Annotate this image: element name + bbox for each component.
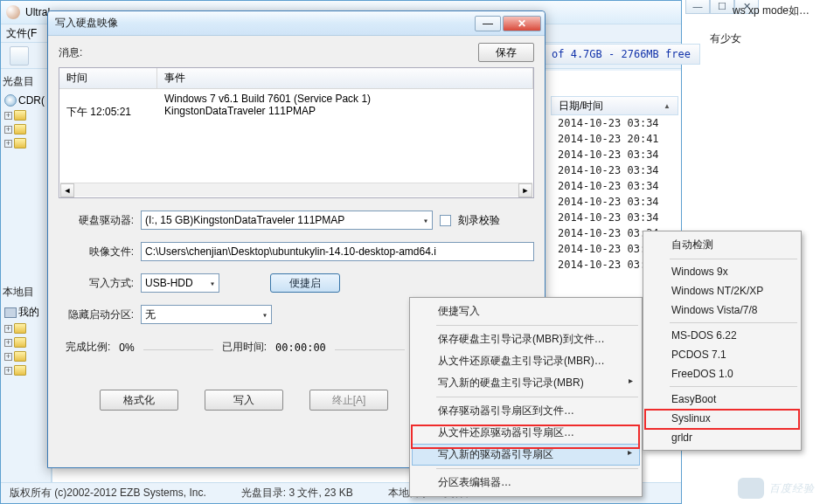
folder-icon (14, 337, 26, 348)
date-header[interactable]: 日期/时间 ▲ (551, 96, 678, 115)
done-value: 0% (119, 342, 134, 354)
menu-item[interactable]: 写入新的驱动器引导扇区 (412, 444, 640, 466)
tree-item-pc[interactable]: 我的 (1, 303, 51, 321)
date-row[interactable]: 2014-10-23 03:34 (551, 178, 678, 194)
menu-item[interactable]: 自动检测 (645, 234, 799, 256)
tree-item[interactable]: + (1, 349, 51, 363)
image-path-input[interactable]: C:\Users\chenjian\Desktop\ubuntukylin-14… (141, 242, 534, 261)
method-label: 写入方式: (59, 276, 134, 291)
tree-expander-icon[interactable]: + (4, 126, 12, 134)
folder-icon (14, 124, 26, 135)
pc-icon (4, 307, 17, 318)
menu-item[interactable]: 从文件还原驱动器引导扇区… (412, 422, 640, 444)
status-copyright: 版权所有 (c)2002-2012 EZB Systems, Inc. (10, 486, 206, 501)
tree-expander-icon[interactable]: + (4, 339, 12, 347)
watermark-icon (738, 478, 764, 499)
scroll-up-icon[interactable]: ▲ (664, 102, 671, 110)
menu-item[interactable]: Windows NT/2K/XP (645, 281, 799, 300)
tree-item-cd[interactable]: CDR( (1, 93, 51, 108)
minimize-button[interactable]: — (475, 16, 501, 31)
quick-start-button[interactable]: 便捷启 (270, 273, 340, 293)
date-row[interactable]: 2014-10-23 20:41 (551, 131, 678, 147)
tree-expander-icon[interactable]: + (4, 140, 12, 148)
image-label: 映像文件: (59, 245, 134, 259)
progress-track (335, 345, 405, 350)
scroll-right-icon[interactable]: ► (518, 183, 532, 197)
tree-item[interactable]: + (1, 335, 51, 349)
menu-item[interactable]: Syslinux (645, 409, 799, 428)
menu-item[interactable]: 保存硬盘主引导记录(MBR)到文件… (412, 328, 640, 350)
menu-item[interactable]: grldr (645, 428, 799, 447)
app-icon (6, 5, 20, 19)
date-row[interactable]: 2014-10-23 03:34 (551, 115, 678, 131)
tree-item[interactable]: + (1, 122, 51, 136)
minimize-button[interactable]: — (685, 0, 710, 14)
separator (670, 322, 797, 323)
menu-file[interactable]: 文件(F (6, 26, 37, 41)
scroll-left-icon[interactable]: ◄ (60, 183, 74, 197)
cd-icon (4, 94, 17, 107)
menu-item[interactable]: 写入新的硬盘主引导记录(MBR) (412, 372, 640, 394)
abort-button: 终止[A] (309, 390, 388, 411)
done-label: 完成比例: (66, 340, 110, 355)
progress-track (143, 345, 213, 350)
log-row[interactable]: 下午 12:05:21KingstonDataTraveler 111PMAP (59, 105, 533, 120)
save-button[interactable]: 保存 (478, 43, 534, 62)
quick-start-menu[interactable]: 便捷写入保存硬盘主引导记录(MBR)到文件…从文件还原硬盘主引导记录(MBR)…… (409, 297, 643, 497)
separator (670, 259, 797, 259)
col-event[interactable]: 事件 (157, 68, 533, 88)
hidden-partition-select[interactable]: 无 (141, 305, 272, 324)
tree-expander-icon[interactable]: + (4, 325, 12, 333)
h-scrollbar[interactable]: ◄ ► (60, 183, 532, 197)
left-label-local: 本地目 (1, 281, 51, 303)
tree-item[interactable]: + (1, 363, 51, 377)
folder-icon (14, 323, 26, 334)
date-row[interactable]: 2014-10-23 03:34 (551, 210, 678, 225)
left-pane: 光盘目 CDR( + + + 本地目 我的 + + + + (1, 71, 52, 482)
folder-icon (14, 110, 26, 121)
menu-item[interactable]: PCDOS 7.1 (645, 345, 799, 364)
date-row[interactable]: 2014-10-23 03:34 (551, 162, 678, 178)
toolbar-button[interactable] (10, 46, 29, 66)
date-row[interactable]: 2014-10-23 03:34 (551, 147, 678, 162)
menu-item[interactable]: Windows 9x (645, 262, 799, 281)
menu-item[interactable]: 便捷写入 (412, 300, 640, 322)
log-row[interactable]: Windows 7 v6.1 Build 7601 (Service Pack … (59, 93, 533, 105)
close-button[interactable]: ✕ (503, 16, 541, 31)
tree-item[interactable]: + (1, 321, 51, 335)
separator (670, 386, 797, 387)
write-method-select[interactable]: USB-HDD (141, 273, 219, 293)
menu-item[interactable]: MS-DOS 6.22 (645, 326, 799, 345)
dialog-titlebar[interactable]: 写入硬盘映像 — ✕ (48, 11, 545, 36)
log-table: 时间 事件 Windows 7 v6.1 Build 7601 (Service… (59, 67, 534, 198)
menu-item[interactable]: 保存驱动器引导扇区到文件… (412, 400, 640, 422)
tree-item[interactable]: + (1, 108, 51, 122)
watermark: 百度经验 (738, 478, 815, 499)
separator (436, 468, 638, 469)
left-label-cd: 光盘目 (1, 71, 51, 93)
menu-item[interactable]: FreeDOS 1.0 (645, 364, 799, 383)
tree-expander-icon[interactable]: + (4, 353, 12, 361)
boot-sector-submenu[interactable]: 自动检测Windows 9xWindows NT/2K/XPWindows Vi… (643, 231, 802, 451)
elapsed-label: 已用时间: (222, 340, 267, 355)
menu-item[interactable]: EasyBoot (645, 390, 799, 409)
drive-select[interactable]: (I:, 15 GB)KingstonDataTraveler 111PMAP (141, 211, 433, 230)
menu-item[interactable]: Windows Vista/7/8 (645, 300, 799, 320)
maximize-button[interactable]: ☐ (710, 0, 734, 14)
separator (436, 325, 638, 326)
date-row[interactable]: 2014-10-23 03:34 (551, 194, 678, 210)
verify-checkbox[interactable] (440, 215, 451, 226)
tree-expander-icon[interactable]: + (4, 112, 12, 120)
bg-text-2: 有少女 (710, 31, 741, 46)
elapsed-value: 00:00:00 (275, 342, 326, 354)
write-button[interactable]: 写入 (205, 390, 283, 411)
menu-item[interactable]: 从文件还原硬盘主引导记录(MBR)… (412, 350, 640, 372)
drive-label: 硬盘驱动器: (59, 213, 134, 228)
tree-expander-icon[interactable]: + (4, 367, 12, 375)
col-time[interactable]: 时间 (59, 68, 157, 88)
tree-item[interactable]: + (1, 136, 51, 150)
separator (436, 397, 638, 397)
hidden-label: 隐藏启动分区: (59, 307, 134, 322)
format-button[interactable]: 格式化 (100, 390, 178, 411)
menu-item[interactable]: 分区表编辑器… (412, 472, 640, 494)
